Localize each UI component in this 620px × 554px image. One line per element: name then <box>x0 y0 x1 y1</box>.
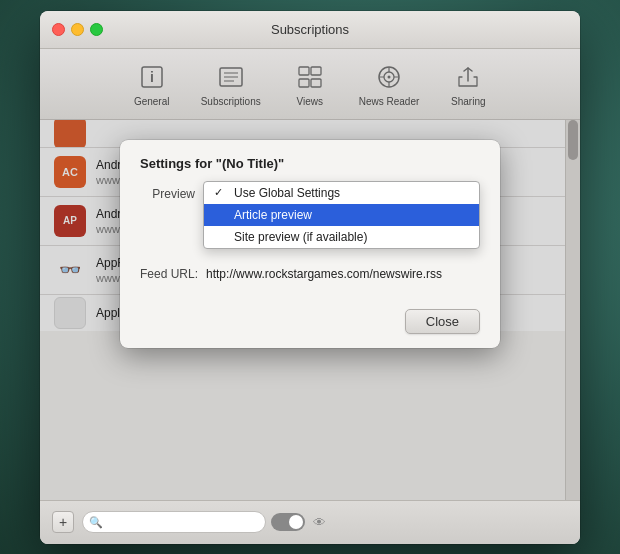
maximize-button[interactable] <box>90 23 103 36</box>
settings-modal: Settings for "(No Title)" Preview Articl… <box>120 140 500 348</box>
content-area: AC Android Central – Android Forums – Ne… <box>40 120 580 500</box>
toolbar-general-label: General <box>134 96 170 107</box>
search-wrapper: 🔍 <box>82 511 242 533</box>
toolbar-news-reader-label: News Reader <box>359 96 420 107</box>
modal-title: Settings for "(No Title)" <box>140 156 480 171</box>
views-icon <box>294 61 326 93</box>
bottombar: + 🔍 👁 👁 <box>40 500 580 544</box>
sharing-icon <box>452 61 484 93</box>
search-input[interactable] <box>82 511 266 533</box>
preview-row: Preview Article preview ▾ Use Global Set… <box>140 183 480 205</box>
dropdown-option-global[interactable]: Use Global Settings <box>204 182 479 204</box>
subscriptions-icon <box>215 61 247 93</box>
svg-rect-9 <box>311 79 321 87</box>
preview-dropdown-menu: Use Global Settings Article preview Site… <box>203 181 480 249</box>
minimize-button[interactable] <box>71 23 84 36</box>
titlebar: Subscriptions <box>40 11 580 49</box>
preview-dropdown-container: Article preview ▾ Use Global Settings Ar… <box>203 183 480 205</box>
dropdown-option-site[interactable]: Site preview (if available) <box>204 226 479 248</box>
modal-overlay: Settings for "(No Title)" Preview Articl… <box>40 120 580 500</box>
toolbar-views[interactable]: Views <box>275 57 345 111</box>
svg-point-12 <box>388 75 391 78</box>
toolbar-news-reader[interactable]: News Reader <box>345 57 434 111</box>
main-window: Subscriptions i General <box>40 11 580 544</box>
modal-footer: Close <box>120 309 500 348</box>
feed-url-label: Feed URL: <box>140 267 198 281</box>
eye-right-icon[interactable]: 👁 <box>313 515 326 530</box>
svg-rect-7 <box>311 67 321 75</box>
toolbar: i General Subscriptions <box>40 49 580 120</box>
preview-label: Preview <box>140 187 195 201</box>
option-label: Use Global Settings <box>234 186 340 200</box>
close-button[interactable] <box>52 23 65 36</box>
news-reader-icon <box>373 61 405 93</box>
toolbar-views-label: Views <box>296 96 323 107</box>
general-icon: i <box>136 61 168 93</box>
toggle-icon[interactable] <box>271 513 305 531</box>
toolbar-subscriptions[interactable]: Subscriptions <box>187 57 275 111</box>
option-label: Article preview <box>234 208 312 222</box>
toolbar-sharing-label: Sharing <box>451 96 485 107</box>
close-button[interactable]: Close <box>405 309 480 334</box>
svg-rect-8 <box>299 79 309 87</box>
feed-url-row: Feed URL: http://www.rockstargames.com/n… <box>140 267 480 281</box>
toolbar-subscriptions-label: Subscriptions <box>201 96 261 107</box>
svg-text:i: i <box>150 69 154 85</box>
add-feed-button[interactable]: + <box>52 511 74 533</box>
window-title: Subscriptions <box>271 22 349 37</box>
svg-rect-6 <box>299 67 309 75</box>
dropdown-option-article[interactable]: Article preview <box>204 204 479 226</box>
toolbar-general[interactable]: i General <box>117 57 187 111</box>
toolbar-sharing[interactable]: Sharing <box>433 57 503 111</box>
traffic-lights <box>52 23 103 36</box>
feed-url-value: http://www.rockstargames.com/newswire.rs… <box>206 267 480 281</box>
option-label: Site preview (if available) <box>234 230 367 244</box>
